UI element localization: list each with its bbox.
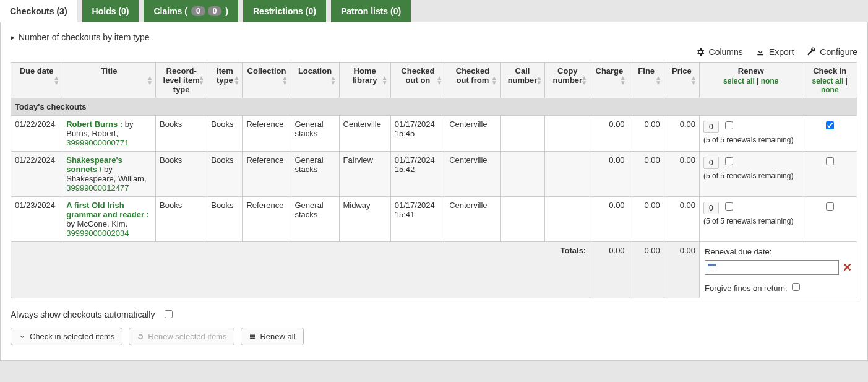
totals-fine: 0.00 xyxy=(629,242,664,298)
configure-button[interactable]: Configure xyxy=(806,47,857,57)
cell-home-library: Fairview xyxy=(339,152,390,197)
cell-call-number xyxy=(500,152,545,197)
col-due[interactable]: Due date▲▼ xyxy=(11,63,62,98)
col-fine-label: Fine xyxy=(638,66,655,76)
totals-charge: 0.00 xyxy=(590,242,629,298)
cell-price: 0.00 xyxy=(664,197,699,242)
cell-location: General stacks xyxy=(291,116,339,152)
export-label: Export xyxy=(769,47,794,57)
cell-home-library: Midway xyxy=(339,197,390,242)
always-show-checkbox[interactable] xyxy=(165,310,173,318)
col-title[interactable]: Title▲▼ xyxy=(62,63,156,98)
cell-title: Robert Burns : by Burns, Robert,39999000… xyxy=(62,116,156,152)
tab-claims[interactable]: Claims ( 0 0 ) xyxy=(144,0,238,22)
col-home-library[interactable]: Home library▲▼ xyxy=(339,63,390,98)
col-charge[interactable]: Charge▲▼ xyxy=(590,63,629,98)
cell-checkin xyxy=(802,116,857,152)
col-call-number-label: Call number xyxy=(508,66,538,85)
tab-checkouts[interactable]: Checkouts (3) xyxy=(0,0,77,22)
renew-all-button[interactable]: Renew all xyxy=(241,328,303,345)
barcode-link[interactable]: 39999000012477 xyxy=(66,183,129,193)
tab-restrictions[interactable]: Restrictions (0) xyxy=(243,0,326,22)
cell-record-type: Books xyxy=(156,116,207,152)
cell-checkin xyxy=(802,152,857,197)
totals-label: Totals: xyxy=(11,242,590,298)
renewal-date-input[interactable] xyxy=(705,260,839,275)
sort-icon: ▲▼ xyxy=(536,76,542,85)
renew-checkbox[interactable] xyxy=(725,202,733,211)
table-row: 01/23/2024A first Old Irish grammar and … xyxy=(11,197,857,242)
group-header: Today's checkouts xyxy=(11,98,857,116)
export-button[interactable]: Export xyxy=(755,47,794,57)
sort-icon: ▲▼ xyxy=(198,76,204,85)
cell-charge: 0.00 xyxy=(590,152,629,197)
cell-price: 0.00 xyxy=(664,152,699,197)
col-title-label: Title xyxy=(101,66,118,76)
cell-title: Shakespeare's sonnets / by Shakespeare, … xyxy=(62,152,156,197)
sort-icon: ▲▼ xyxy=(147,76,153,85)
checkouts-table: Due date▲▼ Title▲▼ Record-level item typ… xyxy=(11,62,857,298)
forgive-fines-checkbox[interactable] xyxy=(792,283,800,291)
checkin-checkbox[interactable] xyxy=(826,157,834,165)
claims-badge-lost: 0 xyxy=(208,6,222,16)
table-body: Today's checkouts 01/22/2024Robert Burns… xyxy=(11,98,857,242)
col-price[interactable]: Price▲▼ xyxy=(664,63,699,98)
tab-holds[interactable]: Holds (0) xyxy=(82,0,139,22)
chevron-right-icon: ▸ xyxy=(11,32,15,42)
cell-due: 01/23/2024 xyxy=(11,197,62,242)
col-checked-out-from[interactable]: Checked out from▲▼ xyxy=(445,63,500,98)
cell-record-type: Books xyxy=(156,197,207,242)
cell-home-library: Centerville xyxy=(339,116,390,152)
col-due-label: Due date xyxy=(20,66,54,76)
col-renew: Renew select all | none xyxy=(700,63,802,98)
checkin-checkbox[interactable] xyxy=(826,202,834,211)
title-link[interactable]: Robert Burns : xyxy=(66,119,122,129)
clear-date-button[interactable]: ✕ xyxy=(843,261,852,274)
cell-copy-number xyxy=(545,116,590,152)
renew-select-all[interactable]: select all xyxy=(723,77,755,85)
col-location[interactable]: Location▲▼ xyxy=(291,63,339,98)
checkin-selected-button[interactable]: Check in selected items xyxy=(11,328,122,345)
itemtype-expander[interactable]: ▸ Number of checkouts by item type xyxy=(11,32,857,42)
renew-checkbox[interactable] xyxy=(725,121,733,129)
title-link[interactable]: A first Old Irish grammar and reader : xyxy=(66,201,149,219)
columns-button[interactable]: Columns xyxy=(695,47,743,57)
table-row: 01/22/2024Shakespeare's sonnets / by Sha… xyxy=(11,152,857,197)
col-item-type[interactable]: Item type▲▼ xyxy=(207,63,243,98)
checkin-select-none[interactable]: none xyxy=(821,85,839,94)
barcode-link[interactable]: 39999000000771 xyxy=(66,138,129,147)
configure-label: Configure xyxy=(820,47,857,57)
columns-label: Columns xyxy=(709,47,743,57)
expander-label: Number of checkouts by item type xyxy=(19,32,150,42)
title-link[interactable]: Shakespeare's sonnets / xyxy=(66,155,122,174)
sep: | xyxy=(755,77,761,85)
cell-checked-out-on: 01/17/2024 15:42 xyxy=(390,152,445,197)
cell-checked-out-from: Centerville xyxy=(445,197,500,242)
col-fine[interactable]: Fine▲▼ xyxy=(629,63,664,98)
download-icon xyxy=(19,333,26,341)
renew-remaining: (5 of 5 renewals remaining) xyxy=(703,171,798,180)
sort-icon: ▲▼ xyxy=(491,76,497,85)
checkin-select-all[interactable]: select all xyxy=(812,77,844,85)
tab-patron-lists[interactable]: Patron lists (0) xyxy=(331,0,411,22)
col-call-number[interactable]: Call number▲▼ xyxy=(500,63,545,98)
col-copy-number[interactable]: Copy number▲▼ xyxy=(545,63,590,98)
gear-icon xyxy=(695,47,705,57)
col-collection[interactable]: Collection▲▼ xyxy=(243,63,291,98)
renew-count: 0 xyxy=(703,157,719,169)
renew-select-none[interactable]: none xyxy=(761,77,779,85)
col-item-type-label: Item type xyxy=(217,66,233,85)
renew-checkbox[interactable] xyxy=(725,157,733,165)
renew-selected-button[interactable]: Renew selected items xyxy=(129,328,234,345)
checkin-checkbox[interactable] xyxy=(826,121,834,129)
cell-checked-out-from: Centerville xyxy=(445,116,500,152)
cell-call-number xyxy=(500,197,545,242)
col-home-library-label: Home library xyxy=(353,66,377,85)
renew-count: 0 xyxy=(703,202,719,214)
cell-collection: Reference xyxy=(243,197,291,242)
tabs: Checkouts (3) Holds (0) Claims ( 0 0 ) R… xyxy=(0,0,868,22)
barcode-link[interactable]: 39999000002034 xyxy=(66,228,129,238)
col-checked-out-on[interactable]: Checked out on▲▼ xyxy=(390,63,445,98)
col-record-type[interactable]: Record-level item type▲▼ xyxy=(156,63,207,98)
list-icon xyxy=(249,333,256,341)
